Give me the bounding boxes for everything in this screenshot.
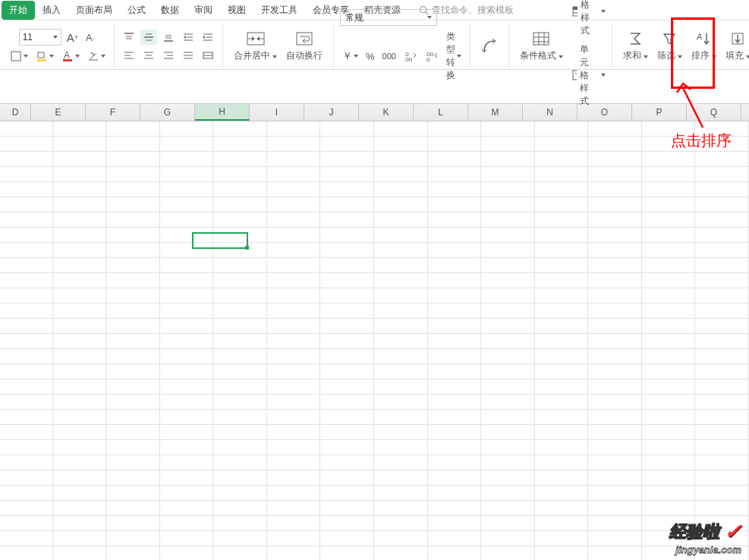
grid-cell[interactable] bbox=[106, 334, 160, 348]
grid-cell[interactable] bbox=[588, 288, 642, 303]
comma-button[interactable]: 000 bbox=[380, 50, 398, 62]
col-header[interactable]: O bbox=[577, 104, 632, 121]
grid-cell[interactable] bbox=[535, 228, 589, 242]
col-header[interactable]: K bbox=[359, 104, 414, 121]
grid-cell[interactable] bbox=[374, 440, 428, 455]
col-header[interactable]: D bbox=[0, 104, 31, 121]
grid-cell[interactable] bbox=[588, 349, 642, 363]
grid-cell[interactable] bbox=[53, 410, 107, 424]
grid-cell[interactable] bbox=[374, 364, 428, 379]
grid-cell[interactable] bbox=[481, 455, 535, 470]
grid-cell[interactable] bbox=[320, 228, 374, 242]
grid-cell[interactable] bbox=[106, 349, 160, 363]
grid-cell[interactable] bbox=[695, 440, 749, 455]
grid-cell[interactable] bbox=[481, 531, 535, 546]
grid-cell[interactable] bbox=[481, 364, 535, 379]
grid-cell[interactable] bbox=[535, 182, 589, 197]
grid-cell[interactable] bbox=[160, 470, 214, 485]
grid-cell[interactable] bbox=[160, 364, 214, 379]
grid-cell[interactable] bbox=[374, 228, 428, 242]
grid-cell[interactable] bbox=[642, 531, 696, 546]
fill-button[interactable]: 填充 bbox=[721, 29, 749, 64]
grid-cell[interactable] bbox=[642, 121, 696, 136]
grid-cell[interactable] bbox=[481, 501, 535, 515]
grid-cell[interactable] bbox=[695, 167, 749, 181]
grid-cell[interactable] bbox=[481, 334, 535, 348]
grid-cell[interactable] bbox=[481, 395, 535, 409]
grid-cell[interactable] bbox=[320, 425, 374, 439]
grid-cell[interactable] bbox=[0, 152, 53, 166]
grid-cell[interactable] bbox=[428, 288, 482, 303]
grid-cell[interactable] bbox=[695, 273, 749, 288]
menu-tab-review[interactable]: 审阅 bbox=[187, 1, 220, 20]
grid-cell[interactable] bbox=[106, 121, 160, 136]
grid-cell[interactable] bbox=[481, 516, 535, 530]
grid-cell[interactable] bbox=[160, 197, 214, 212]
grid-cell[interactable] bbox=[53, 243, 107, 257]
grid-cell[interactable] bbox=[642, 364, 696, 379]
grid-cell[interactable] bbox=[320, 486, 374, 500]
grid-cell[interactable] bbox=[481, 349, 535, 363]
grid-cell[interactable] bbox=[106, 531, 160, 546]
grid-cell[interactable] bbox=[642, 273, 696, 288]
grid-cell[interactable] bbox=[481, 212, 535, 227]
grid-cell[interactable] bbox=[0, 167, 53, 181]
grid-cell[interactable] bbox=[53, 304, 107, 318]
grid-cell[interactable] bbox=[481, 182, 535, 197]
grid-cell[interactable] bbox=[0, 395, 53, 409]
grid-cell[interactable] bbox=[160, 243, 214, 257]
grid-cell[interactable] bbox=[588, 304, 642, 318]
grid-cell[interactable] bbox=[53, 395, 107, 409]
grid-cell[interactable] bbox=[160, 349, 214, 363]
grid-cell[interactable] bbox=[588, 319, 642, 333]
align-middle-button[interactable] bbox=[140, 30, 157, 45]
grid-cell[interactable] bbox=[160, 501, 214, 515]
grid-cell[interactable] bbox=[428, 167, 482, 181]
grid-cell[interactable] bbox=[213, 349, 267, 363]
grid-cell[interactable] bbox=[267, 288, 321, 303]
grid-cell[interactable] bbox=[106, 228, 160, 242]
align-center-button[interactable] bbox=[140, 48, 157, 63]
grid-cell[interactable] bbox=[106, 470, 160, 485]
grid-cell[interactable] bbox=[428, 304, 482, 318]
grid-cell[interactable] bbox=[267, 273, 321, 288]
grid-cell[interactable] bbox=[535, 273, 589, 288]
grid-cell[interactable] bbox=[106, 304, 160, 318]
grid-cell[interactable] bbox=[106, 152, 160, 166]
grid-cell[interactable] bbox=[320, 288, 374, 303]
grid-cell[interactable] bbox=[106, 440, 160, 455]
border-button[interactable] bbox=[8, 49, 30, 64]
grid-cell[interactable] bbox=[695, 425, 749, 439]
grid-cell[interactable] bbox=[106, 425, 160, 439]
grid-cell[interactable] bbox=[267, 228, 321, 242]
grid-cell[interactable] bbox=[0, 501, 53, 515]
grid-cell[interactable] bbox=[160, 395, 214, 409]
grid-cell[interactable] bbox=[213, 440, 267, 455]
grid-cell[interactable] bbox=[213, 516, 267, 530]
grid-cell[interactable] bbox=[0, 304, 53, 318]
grid-cell[interactable] bbox=[428, 121, 482, 136]
grid-cell[interactable] bbox=[428, 546, 482, 560]
grid-cell[interactable] bbox=[642, 410, 696, 424]
grid-cell[interactable] bbox=[106, 319, 160, 333]
grid-cell[interactable] bbox=[106, 455, 160, 470]
grid-cell[interactable] bbox=[106, 288, 160, 303]
filter-button[interactable]: 筛选 bbox=[653, 29, 687, 64]
grid-cell[interactable] bbox=[0, 531, 53, 546]
cell-style-button[interactable]: 单元格样式 bbox=[572, 43, 606, 108]
grid-cell[interactable] bbox=[535, 152, 589, 166]
grid-cell[interactable] bbox=[213, 395, 267, 409]
grid-cell[interactable] bbox=[642, 546, 696, 560]
grid-cell[interactable] bbox=[535, 334, 589, 348]
grid-cell[interactable] bbox=[213, 455, 267, 470]
fill-color-button[interactable] bbox=[33, 49, 56, 64]
grid-cell[interactable] bbox=[160, 546, 214, 560]
grid-cell[interactable] bbox=[53, 349, 107, 363]
grid-cell[interactable] bbox=[535, 546, 589, 560]
grid-cell[interactable] bbox=[642, 501, 696, 515]
col-header[interactable]: G bbox=[140, 104, 195, 121]
grid-cell[interactable] bbox=[374, 455, 428, 470]
grid-cell[interactable] bbox=[588, 546, 642, 560]
grid-cell[interactable] bbox=[642, 349, 696, 363]
type-convert-button[interactable]: 类型转换 bbox=[444, 29, 464, 83]
